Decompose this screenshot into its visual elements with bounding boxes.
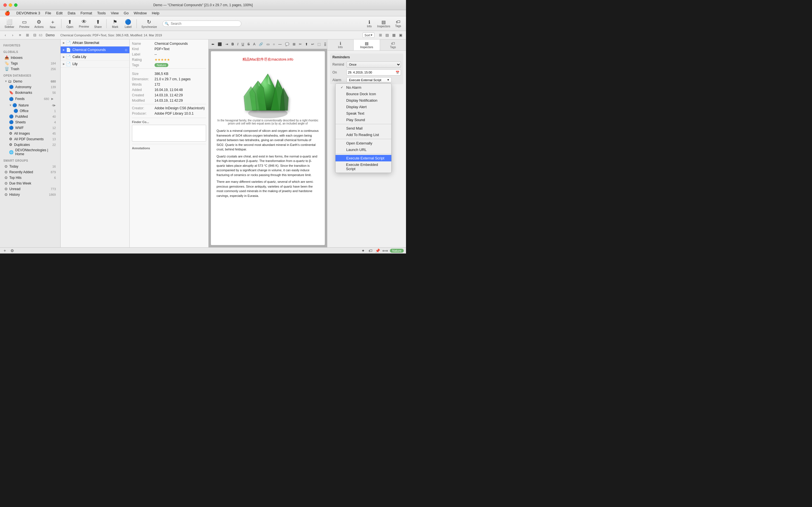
tab-info[interactable]: ℹ Info xyxy=(327,40,354,50)
minimize-button[interactable] xyxy=(9,3,12,7)
actions-button[interactable]: ⚙ Actions xyxy=(32,17,46,30)
sidebar-item-unread[interactable]: ⊙ Unread 773 xyxy=(1,186,59,191)
columns-view-button[interactable]: ⊟ xyxy=(32,32,38,38)
indent-button[interactable]: ⇥ xyxy=(224,42,229,47)
sort-button[interactable]: Sort ▾ xyxy=(363,33,374,38)
search-input[interactable] xyxy=(162,20,241,27)
alarm-option-reading-list[interactable]: Add To Reading List xyxy=(336,131,391,138)
strikethrough-button[interactable]: S xyxy=(246,42,251,47)
sidebar-item-duplicates[interactable]: ⚙ Duplicates 22 xyxy=(1,142,59,147)
tab-inspectors[interactable]: ▤ Inspectors xyxy=(354,40,380,50)
menu-edit[interactable]: Edit xyxy=(54,10,65,16)
rule-button[interactable]: ― xyxy=(277,42,283,47)
comment-button[interactable]: 💬 xyxy=(284,42,290,47)
menu-view[interactable]: View xyxy=(109,10,121,16)
sidebar-item-pubmed[interactable]: 🔵 PubMed 40 xyxy=(1,114,59,119)
detail-view-button[interactable]: ▦ xyxy=(391,32,397,38)
add-button[interactable]: ＋ xyxy=(2,248,7,253)
sidebar-toggle-button[interactable]: ⬜ Sidebar xyxy=(2,17,16,30)
preview-view-button[interactable]: ▣ xyxy=(398,32,404,38)
link-button[interactable]: 🔗 xyxy=(258,42,264,47)
remind-select[interactable]: Once Daily Weekly xyxy=(347,61,401,68)
sidebar-item-office[interactable]: 🔵 Office 1 xyxy=(1,108,59,114)
sidebar-item-history[interactable]: ⊙ History 1869 xyxy=(1,192,59,197)
rect-button[interactable]: ▭ xyxy=(265,42,271,47)
align-left-button[interactable]: ⬅ xyxy=(210,42,215,47)
menu-window[interactable]: Window xyxy=(132,10,149,16)
alarm-option-display-notification[interactable]: Display Notification xyxy=(336,97,391,104)
menu-format[interactable]: Format xyxy=(78,10,94,16)
sidebar-item-recently-added[interactable]: ⊙ Recently Added 879 xyxy=(1,169,59,175)
alarm-option-play-sound[interactable]: Play Sound xyxy=(336,117,391,123)
sidebar-item-feeds[interactable]: 🔵 Feeds 680 ▶ xyxy=(1,96,59,102)
italic-button[interactable]: I xyxy=(236,42,239,47)
alarm-option-speak-text[interactable]: Speak Text xyxy=(336,110,391,117)
back-button[interactable]: ‹ xyxy=(2,32,8,38)
sidebar-item-bookmarks[interactable]: 🔖 Bookmarks 56 xyxy=(1,90,59,95)
doc-title-link[interactable]: 精品Mac软件尽在macstore.info xyxy=(216,57,319,62)
tags-button[interactable]: 🏷 Tags xyxy=(393,17,404,30)
align-center-button[interactable]: ⬛ xyxy=(216,42,223,47)
sidebar-item-tags[interactable]: 🏷️ Tags 184 xyxy=(1,61,59,66)
file-item-african-stonechat[interactable]: ▶ 📄 African Stonechat xyxy=(61,40,130,47)
file-item-lily[interactable]: ▶ 📄 Lily xyxy=(61,61,130,68)
file-item-chemical-compounds[interactable]: ▶ 📄 Chemical Compounds ⊡ xyxy=(61,47,130,54)
font-size-button[interactable]: A xyxy=(252,42,257,47)
file-item-calla-lily[interactable]: ▶ 📄 Calla Lily xyxy=(61,54,130,61)
sidebar-item-devontech[interactable]: 🌐 DEVONtechnologies | Home xyxy=(1,148,59,157)
label-button[interactable]: 🔵 Label xyxy=(122,17,134,30)
sidebar-item-trash[interactable]: 🗑️ Trash 256 xyxy=(1,66,59,71)
sidebar-item-sheets[interactable]: 🔵 Sheets 4 xyxy=(1,119,59,125)
circle-button[interactable]: ○ xyxy=(272,42,276,47)
date-input[interactable]: 29. 4.2019, 15:00 📅 xyxy=(347,69,401,75)
sidebar-item-wwf[interactable]: 🔵 WWF 12 xyxy=(1,125,59,130)
sidebar-item-inboxes[interactable]: 📥 Inboxes xyxy=(1,55,59,60)
alarm-button[interactable]: Execute External Script ▾ xyxy=(347,77,392,82)
sidebar-item-all-images[interactable]: ⚙ All Images 45 xyxy=(1,131,59,136)
traffic-lights[interactable] xyxy=(3,3,17,7)
forward-button[interactable]: › xyxy=(10,32,16,38)
sidebar-item-due-this-week[interactable]: ⊙ Due this Week xyxy=(1,180,59,186)
synchronize-button[interactable]: ↻ Synchronize xyxy=(139,17,159,30)
sidebar-item-today[interactable]: ⊙ Today 16 xyxy=(1,164,59,169)
fullscreen-button[interactable] xyxy=(14,3,17,7)
edit1-button[interactable]: ✂ xyxy=(298,42,303,47)
info-button[interactable]: ℹ Info xyxy=(364,17,375,30)
open-button[interactable]: ⬆ Open xyxy=(64,17,76,30)
tag-badge[interactable]: Nature xyxy=(390,249,404,252)
grid-view-button[interactable]: ⊞ xyxy=(377,32,384,38)
menu-file[interactable]: File xyxy=(43,10,54,16)
menu-tools[interactable]: Tools xyxy=(95,10,108,16)
sidebar-item-demo[interactable]: ▼ 🗂 Demo 680 xyxy=(1,78,59,84)
finder-comment-box[interactable] xyxy=(132,125,206,142)
alarm-option-send-mail[interactable]: Send Mail xyxy=(336,125,391,131)
tab-tags[interactable]: 🏷 Tags xyxy=(380,40,406,50)
close-button[interactable] xyxy=(3,3,7,7)
settings-button[interactable]: ⚙ xyxy=(10,248,15,253)
alarm-option-execute-external[interactable]: Execute External Script xyxy=(336,155,391,161)
underline-button[interactable]: U xyxy=(241,42,245,47)
sidebar-item-astronomy[interactable]: 🔵 Astronomy 139 xyxy=(1,84,59,90)
alarm-option-display-alert[interactable]: Display Alert xyxy=(336,104,391,110)
edit2-button[interactable]: ⬆ xyxy=(304,42,309,47)
alarm-option-launch-url[interactable]: Launch URL xyxy=(336,147,391,153)
inspectors-button[interactable]: ▤ Inspectors xyxy=(375,17,392,30)
preview-toggle-button[interactable]: ▭ Preview xyxy=(17,17,32,30)
edit4-button[interactable]: ⬚ xyxy=(316,42,322,47)
alarm-option-open-externally[interactable]: Open Externally xyxy=(336,140,391,147)
apple-menu[interactable]: 🍎 xyxy=(2,10,12,16)
edit5-button[interactable]: ⣿ xyxy=(323,42,327,47)
preview2-button[interactable]: 👁 Preview xyxy=(77,17,91,30)
sidebar-item-nature[interactable]: ▼ 🔵 Nature 4 ▶ xyxy=(1,103,59,108)
edit3-button[interactable]: ↩ xyxy=(310,42,315,47)
bold-button[interactable]: B xyxy=(231,42,235,47)
list-view-button[interactable]: ≡ xyxy=(17,32,23,38)
menu-help[interactable]: Help xyxy=(149,10,161,16)
menu-data[interactable]: Data xyxy=(65,10,78,16)
share-button[interactable]: ⬆ Share xyxy=(92,17,104,30)
alarm-option-no-alarm[interactable]: ✓ No Alarm xyxy=(336,84,391,91)
breadcrumb-demo[interactable]: Demo xyxy=(46,33,55,37)
menu-go[interactable]: Go xyxy=(121,10,131,16)
menu-devonthink[interactable]: DEVONthink 3 xyxy=(14,10,43,16)
alarm-option-bounce[interactable]: Bounce Dock Icon xyxy=(336,91,391,97)
